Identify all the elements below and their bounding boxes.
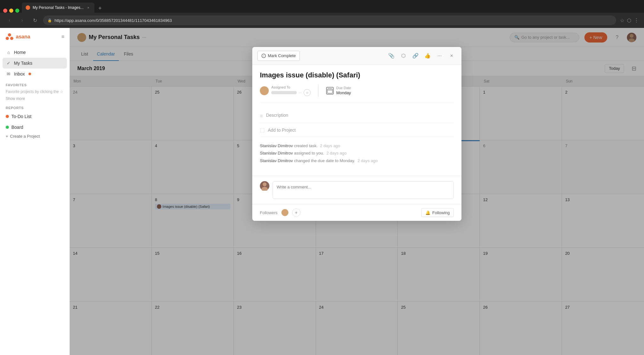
task-modal: ✓ Mark Complete 📎 ⬡ 🔗 👍	[252, 47, 461, 221]
browser-chrome: My Personal Tasks - Images... × + ‹ › ↻ …	[0, 0, 644, 28]
sidebar-item-todo-label: To-Do List	[11, 114, 31, 119]
sidebar-item-inbox[interactable]: ✉ Inbox	[3, 69, 67, 79]
comment-input[interactable]	[273, 181, 454, 199]
add-follower-button[interactable]: +	[292, 208, 300, 217]
following-button[interactable]: 🔔 Following	[421, 208, 454, 217]
active-tab[interactable]: My Personal Tasks - Images... ×	[22, 3, 94, 13]
due-date-label: Due Date	[336, 86, 351, 90]
svg-point-12	[261, 187, 268, 191]
description-icon: ≡	[260, 113, 263, 119]
svg-point-0	[8, 33, 11, 36]
sidebar-item-my-tasks-label: My Tasks	[14, 61, 32, 66]
activity-author-0: Stanislav Dimitrov	[260, 143, 293, 148]
bell-icon: 🔔	[425, 210, 430, 215]
link-button[interactable]: 🔗	[411, 51, 420, 61]
attach-button[interactable]: 📎	[387, 51, 396, 61]
back-button[interactable]: ‹	[5, 16, 14, 25]
link-icon: 🔗	[412, 53, 419, 59]
sidebar-item-todo[interactable]: To-Do List	[3, 111, 67, 122]
forward-button[interactable]: ›	[18, 16, 27, 25]
sidebar-item-home[interactable]: ⌂ Home	[3, 47, 67, 58]
due-date-field[interactable]: Due Date Monday	[326, 86, 351, 95]
menu-icon[interactable]: ⋮	[634, 17, 639, 23]
assignee-area: ··· ○	[271, 89, 311, 96]
more-icon: ···	[437, 53, 441, 59]
activity-time-1: 2 days ago	[326, 151, 347, 155]
mark-complete-label: Mark Complete	[268, 53, 296, 58]
modal-toolbar: ✓ Mark Complete 📎 ⬡ 🔗 👍	[252, 47, 461, 65]
browser-tabs: My Personal Tasks - Images... × +	[0, 0, 644, 13]
activity-author-2: Stanislav Dimitrov	[260, 158, 293, 163]
svg-point-11	[263, 182, 267, 186]
activity-author-1: Stanislav Dimitrov	[260, 151, 293, 155]
tab-title: My Personal Tasks - Images...	[33, 5, 84, 10]
due-date-icon	[326, 87, 334, 95]
description-placeholder: Description	[266, 113, 288, 118]
sidebar-item-inbox-label: Inbox	[14, 71, 25, 76]
favorites-section-header: Favorites	[3, 79, 67, 88]
like-icon: 👍	[424, 53, 431, 59]
sidebar-menu-button[interactable]: ≡	[61, 34, 64, 40]
close-button[interactable]: ×	[447, 51, 456, 61]
reports-section-header: Reports	[3, 102, 67, 111]
assignee-circle-btn[interactable]: ○	[304, 89, 311, 96]
todo-dot	[6, 115, 9, 118]
sidebar-item-board[interactable]: Board	[3, 122, 67, 133]
assignee-dots: ···	[299, 90, 302, 95]
assigned-to-label: Assigned To	[271, 85, 311, 89]
inbox-icon: ✉	[6, 71, 11, 77]
activity-time-0: 2 days ago	[320, 143, 340, 148]
browser-toolbar: ‹ › ↻ 🔒 https://app.asana.com/0/35885720…	[0, 13, 644, 28]
like-button[interactable]: 👍	[423, 51, 432, 61]
tab-close-button[interactable]: ×	[86, 5, 91, 10]
home-icon: ⌂	[6, 49, 11, 55]
description-row[interactable]: ≡ Description	[260, 109, 454, 123]
minimize-button[interactable]	[9, 9, 13, 13]
sidebar-item-board-label: Board	[11, 125, 23, 130]
fullscreen-button[interactable]	[15, 9, 19, 13]
modal-overlay[interactable]: ✓ Mark Complete 📎 ⬡ 🔗 👍	[70, 28, 644, 355]
add-project-icon: ⬚	[260, 127, 265, 133]
sidebar-item-home-label: Home	[14, 50, 26, 55]
activity-text-1: assigned to you.	[294, 151, 324, 155]
url-bar[interactable]: 🔒 https://app.asana.com/0/35885720134448…	[43, 16, 616, 25]
assigned-to-info: Assigned To ··· ○	[271, 85, 311, 96]
assignee-avatar	[260, 86, 269, 95]
show-more-button[interactable]: Show more	[3, 95, 67, 102]
activity-time-2: 2 days ago	[357, 158, 378, 163]
follower-avatar	[281, 208, 289, 217]
svg-point-2	[10, 37, 13, 40]
more-options-button[interactable]: ···	[435, 51, 444, 61]
copy-icon: ⬡	[401, 53, 406, 59]
task-title[interactable]: Images issue (disable) (Safari)	[260, 71, 454, 79]
copy-button[interactable]: ⬡	[399, 51, 408, 61]
extension-icon[interactable]: ⬡	[627, 17, 631, 23]
mark-complete-button[interactable]: ✓ Mark Complete	[257, 51, 300, 61]
modal-body: Images issue (disable) (Safari) Assigned…	[252, 65, 461, 176]
browser-actions: ☆ ⬡ ⋮	[620, 17, 639, 23]
activity-text-2: changed the due date to Monday.	[294, 158, 355, 163]
bookmark-icon[interactable]: ☆	[620, 17, 624, 23]
traffic-lights	[3, 9, 19, 13]
inbox-badge	[29, 73, 31, 75]
activity-item-0: Stanislav Dimitrov created task. 2 days …	[260, 142, 454, 149]
refresh-button[interactable]: ↻	[30, 16, 39, 25]
add-to-project-row[interactable]: ⬚ Add to Project	[260, 123, 454, 137]
new-tab-button[interactable]: +	[96, 4, 105, 13]
followers-label: Followers	[260, 210, 278, 215]
asana-logo: asana	[5, 32, 30, 41]
meta-divider	[318, 84, 319, 97]
followers-bar: Followers + 🔔 Following	[252, 204, 461, 221]
create-project-button[interactable]: + Create a Project	[3, 133, 67, 140]
add-to-project-label: Add to Project	[268, 128, 296, 133]
url-text: https://app.asana.com/0/358857201344481/…	[55, 18, 172, 23]
sidebar-item-my-tasks[interactable]: ✓ My Tasks	[3, 58, 67, 69]
assignee-name-bar	[271, 91, 297, 94]
main-content: My Personal Tasks ··· 🔍 Go to any projec…	[70, 28, 644, 355]
close-button[interactable]	[3, 9, 7, 13]
tab-favicon	[26, 5, 30, 10]
due-date-info: Due Date Monday	[336, 86, 351, 95]
create-project-plus-icon: +	[6, 134, 8, 139]
assigned-to-field: Assigned To ··· ○	[260, 85, 311, 96]
activity-item-2: Stanislav Dimitrov changed the due date …	[260, 157, 454, 164]
